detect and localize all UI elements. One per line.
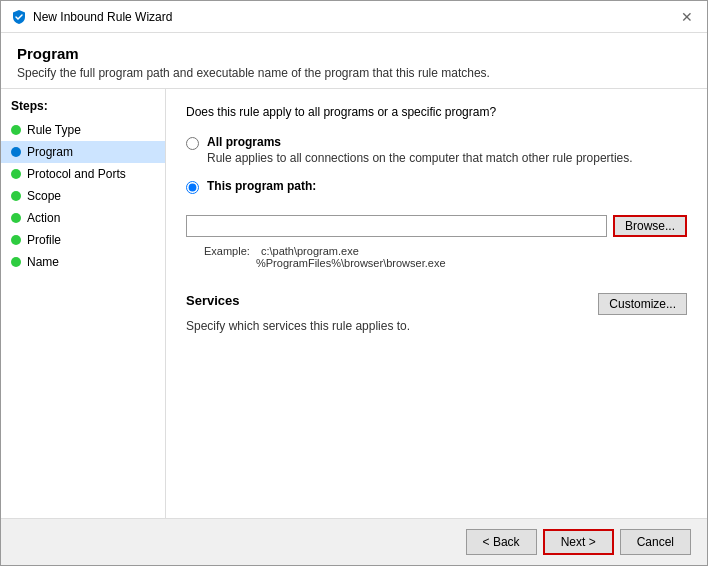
sidebar-item-name[interactable]: Name xyxy=(1,251,165,273)
page-title: Program xyxy=(17,45,691,62)
sidebar-item-rule-type[interactable]: Rule Type xyxy=(1,119,165,141)
sidebar-label-name: Name xyxy=(27,255,59,269)
window-title: New Inbound Rule Wizard xyxy=(33,10,172,24)
steps-label: Steps: xyxy=(1,99,165,119)
browse-button[interactable]: Browse... xyxy=(613,215,687,237)
page-subtitle: Specify the full program path and execut… xyxy=(17,66,691,80)
program-path-section: Browse... Example: c:\path\program.exe %… xyxy=(186,215,687,269)
footer: < Back Next > Cancel xyxy=(1,518,707,565)
next-button[interactable]: Next > xyxy=(543,529,614,555)
specific-program-radio[interactable] xyxy=(186,181,199,194)
step-dot-profile xyxy=(11,235,21,245)
sidebar-item-action[interactable]: Action xyxy=(1,207,165,229)
sidebar-label-protocol-ports: Protocol and Ports xyxy=(27,167,126,181)
sidebar-item-protocol-ports[interactable]: Protocol and Ports xyxy=(1,163,165,185)
all-programs-desc: Rule applies to all connections on the c… xyxy=(207,151,633,165)
specific-program-option: This program path: xyxy=(186,179,687,195)
close-button[interactable]: ✕ xyxy=(677,7,697,27)
sidebar-label-rule-type: Rule Type xyxy=(27,123,81,137)
specific-program-label[interactable]: This program path: xyxy=(207,179,316,195)
sidebar-item-program[interactable]: Program xyxy=(1,141,165,163)
services-header: Services Customize... xyxy=(186,293,687,315)
sidebar: Steps: Rule Type Program Protocol and Po… xyxy=(1,89,166,518)
question-text: Does this rule apply to all programs or … xyxy=(186,105,687,119)
customize-button[interactable]: Customize... xyxy=(598,293,687,315)
cancel-button[interactable]: Cancel xyxy=(620,529,691,555)
step-dot-action xyxy=(11,213,21,223)
sidebar-label-action: Action xyxy=(27,211,60,225)
back-button[interactable]: < Back xyxy=(466,529,537,555)
step-dot-scope xyxy=(11,191,21,201)
all-programs-label[interactable]: All programs Rule applies to all connect… xyxy=(207,135,633,165)
services-title: Services xyxy=(186,293,240,308)
services-section: Services Customize... Specify which serv… xyxy=(186,293,687,333)
sidebar-item-scope[interactable]: Scope xyxy=(1,185,165,207)
shield-icon xyxy=(11,9,27,25)
step-dot-protocol-ports xyxy=(11,169,21,179)
program-path-input[interactable] xyxy=(186,215,607,237)
step-dot-program xyxy=(11,147,21,157)
wizard-window: New Inbound Rule Wizard ✕ Program Specif… xyxy=(0,0,708,566)
sidebar-label-profile: Profile xyxy=(27,233,61,247)
path-input-row: Browse... xyxy=(186,215,687,237)
all-programs-radio[interactable] xyxy=(186,137,199,150)
title-bar: New Inbound Rule Wizard ✕ xyxy=(1,1,707,33)
main-panel: Does this rule apply to all programs or … xyxy=(166,89,707,518)
content-area: Steps: Rule Type Program Protocol and Po… xyxy=(1,89,707,518)
sidebar-label-scope: Scope xyxy=(27,189,61,203)
example-label: Example: xyxy=(204,245,250,257)
all-programs-option: All programs Rule applies to all connect… xyxy=(186,135,687,165)
example-section: Example: c:\path\program.exe %ProgramFil… xyxy=(204,245,687,269)
title-bar-left: New Inbound Rule Wizard xyxy=(11,9,172,25)
step-dot-name xyxy=(11,257,21,267)
step-dot-rule-type xyxy=(11,125,21,135)
sidebar-item-profile[interactable]: Profile xyxy=(1,229,165,251)
header-section: Program Specify the full program path an… xyxy=(1,33,707,89)
sidebar-label-program: Program xyxy=(27,145,73,159)
services-desc: Specify which services this rule applies… xyxy=(186,319,687,333)
